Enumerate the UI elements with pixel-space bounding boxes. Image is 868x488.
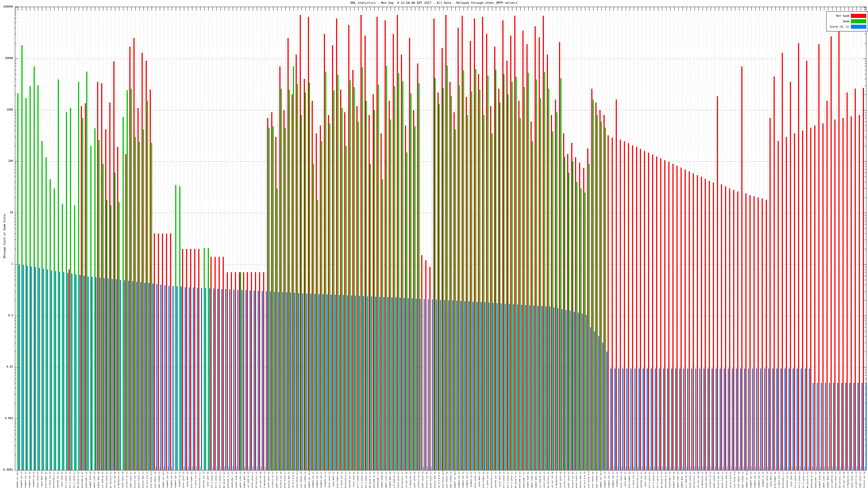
x-tick-label: (2) opm.tornevall.org 1 hop — [579, 471, 582, 488]
y-minor-tick-right — [865, 280, 866, 280]
bar-not-spam — [660, 158, 661, 470]
y-minor-tick-right — [865, 61, 866, 61]
bottom-tick — [723, 466, 723, 470]
top-tick — [289, 7, 290, 10]
bar-score — [610, 368, 611, 470]
bottom-tick — [622, 466, 622, 470]
top-tick — [812, 7, 812, 10]
gridline-minor — [15, 118, 866, 118]
bar-not-spam — [762, 198, 763, 470]
legend-label-not-spam: Not Spam — [836, 14, 849, 18]
top-tick — [492, 7, 492, 10]
top-tick — [707, 7, 707, 10]
bottom-tick — [614, 466, 614, 470]
bar-spam — [447, 65, 448, 470]
bottom-tick — [220, 466, 221, 470]
top-tick — [674, 7, 675, 10]
top-tick — [184, 7, 184, 10]
bar-spam — [45, 157, 46, 470]
bar-score — [363, 296, 364, 470]
x-tick-label: (2) dnsbl.zapbl.net — [129, 471, 132, 488]
x-tick-label: (2) bogons.cymru.com 7 hops — [595, 471, 598, 488]
bar-spam — [179, 186, 180, 470]
top-tick — [144, 7, 144, 10]
top-tick — [699, 7, 699, 10]
bar-not-spam — [328, 115, 329, 470]
bar-spam — [66, 112, 67, 470]
bar-spam — [147, 101, 148, 470]
bar-spam — [516, 77, 517, 470]
bottom-tick — [816, 466, 816, 470]
top-tick — [516, 7, 517, 10]
bar-score — [185, 287, 186, 470]
bar-not-spam — [794, 133, 795, 470]
bottom-tick — [678, 466, 679, 470]
bar-score — [440, 300, 441, 470]
bar-not-spam — [166, 233, 167, 470]
top-tick — [62, 7, 63, 10]
bar-not-spam — [283, 110, 284, 470]
bar-not-spam — [644, 151, 645, 470]
gridline-vertical — [865, 7, 865, 470]
bar-not-spam — [814, 126, 815, 470]
top-tick — [686, 7, 687, 10]
x-tick-label: (2) dnsbl.dronebl.org — [397, 471, 399, 488]
y-minor-tick-right — [865, 352, 866, 352]
gridline-vertical — [767, 7, 768, 470]
gridline-vertical — [731, 7, 731, 470]
bar-spam — [568, 173, 569, 470]
legend-item-score: Score (0..1) — [828, 24, 866, 29]
top-tick — [800, 7, 800, 10]
gridline-vertical — [804, 7, 804, 470]
bar-score — [602, 343, 603, 470]
bottom-tick — [654, 466, 654, 470]
y-minor-tick-right — [865, 215, 866, 216]
bar-score — [671, 368, 672, 470]
top-tick — [857, 7, 857, 10]
bar-score — [225, 289, 226, 470]
gridline-vertical — [423, 7, 424, 470]
y-tick-label: 100000 — [0, 5, 13, 8]
y-minor-tick-left — [15, 280, 17, 280]
gridline-vertical — [257, 7, 257, 470]
bar-spam — [540, 98, 541, 470]
top-tick — [670, 7, 671, 10]
top-tick — [152, 7, 152, 10]
bar-score — [314, 294, 315, 470]
x-tick-label: (4) dyna.spamrats.com — [89, 471, 91, 488]
bar-not-spam — [470, 41, 471, 470]
bar-spam — [309, 83, 310, 470]
bar-score — [557, 308, 558, 470]
x-tick-label: (2) dnsbl.dronebl.org — [689, 471, 691, 488]
x-tick-label: (2) dnsbl.dronebl.org — [251, 471, 253, 488]
bottom-tick — [751, 466, 752, 470]
bar-spam — [605, 128, 606, 470]
gridline-vertical — [237, 7, 237, 470]
x-tick-label: (3) bl.mailspike.net — [227, 471, 229, 488]
bar-score — [614, 368, 616, 470]
bar-spam — [572, 161, 574, 470]
bar-not-spam — [81, 106, 82, 470]
bar-spam — [82, 118, 83, 470]
gridline-vertical — [812, 7, 812, 470]
x-tick-label: 2(9) zen.spamhaus.org — [454, 471, 456, 488]
gridline-vertical — [168, 7, 168, 470]
y-tick-label: 1 — [0, 262, 13, 266]
bar-spam — [507, 94, 508, 470]
bar-score — [858, 383, 859, 470]
bar-not-spam — [466, 97, 467, 470]
x-tick-label: (2) dnsbl-1.uceprotect.net — [794, 471, 796, 488]
bar-not-spam — [543, 16, 544, 470]
gridline-vertical — [184, 7, 184, 470]
x-tick-label: (9) zombie.dnsbl.sorbs.net 3 hops — [774, 471, 776, 488]
bar-score — [351, 295, 352, 470]
x-tick-label: (3) ix.dnsbl.manitu.net 1 hop — [514, 471, 517, 488]
bar-spam — [70, 108, 71, 470]
bar-score — [509, 304, 510, 470]
x-tick-label: (2) opm.tornevall.org 1 hop — [287, 471, 290, 488]
bottom-tick — [840, 466, 841, 470]
top-tick — [589, 7, 589, 10]
bottom-tick — [707, 466, 707, 470]
x-tick-label: (1) 0.0.1.0.zen.dq.spamhaus.net — [437, 471, 440, 488]
y-minor-tick-left — [15, 372, 17, 372]
